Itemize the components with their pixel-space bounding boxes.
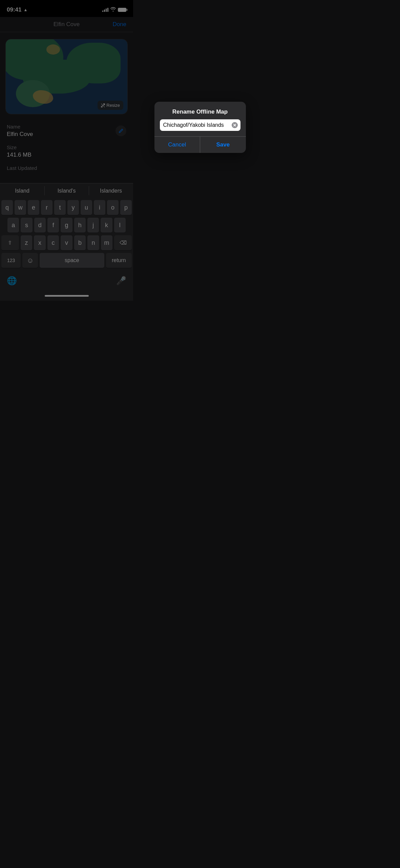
dialog-overlay: Rename Offline Map Cancel Save [0,0,133,301]
